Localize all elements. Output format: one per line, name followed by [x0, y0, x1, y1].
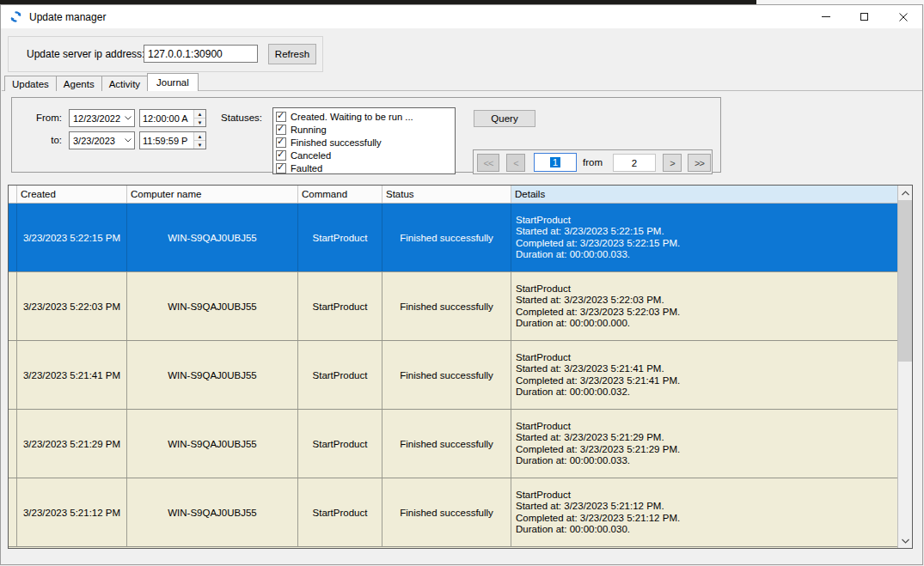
cell-command[interactable]: StartProduct	[298, 410, 382, 478]
cell-status[interactable]: Finished successfully	[382, 410, 511, 478]
scrollbar-thumb[interactable]	[898, 200, 913, 362]
row-header-cell[interactable]	[9, 204, 17, 271]
checkbox-checked-icon[interactable]: ✓	[276, 163, 286, 173]
cell-status[interactable]: Finished successfully	[382, 478, 511, 546]
row-header-cell[interactable]	[9, 478, 17, 546]
tab-updates[interactable]: Updates	[4, 76, 57, 91]
cell-status[interactable]: Finished successfully	[382, 272, 511, 340]
checkmark-icon: ✓	[277, 161, 285, 173]
sync-update-icon	[9, 10, 22, 23]
details-line: StartProduct	[516, 215, 571, 226]
to-time-value: 11:59:59 P	[140, 132, 193, 149]
minimize-button[interactable]	[806, 5, 845, 28]
tab-journal[interactable]: Journal	[147, 73, 199, 91]
vertical-scrollbar[interactable]	[897, 186, 912, 548]
cell-details[interactable]: StartProduct Started at: 3/23/2023 5:22:…	[511, 272, 897, 340]
cell-status[interactable]: Finished successfully	[382, 341, 511, 409]
close-button[interactable]	[884, 5, 922, 28]
column-header-status[interactable]: Status	[382, 186, 511, 203]
table-row[interactable]: 3/23/2023 5:22:03 PM WIN-S9QAJ0UBJ55 Sta…	[9, 272, 897, 341]
table-row[interactable]: 3/23/2023 5:22:15 PM WIN-S9QAJ0UBJ55 Sta…	[9, 204, 897, 272]
pagination-panel: << < 1 from 2 > >>	[473, 149, 713, 174]
column-header-command[interactable]: Command	[298, 186, 382, 203]
chevron-down-icon[interactable]	[121, 138, 134, 143]
cell-details[interactable]: StartProduct Started at: 3/23/2023 5:21:…	[511, 478, 897, 546]
first-page-button[interactable]: <<	[477, 154, 499, 172]
from-time-spinner[interactable]: 12:00:00 A ▲ ▼	[139, 109, 206, 127]
minimize-icon	[822, 16, 830, 17]
last-page-button[interactable]: >>	[688, 154, 711, 172]
status-item-running[interactable]: ✓ Running	[276, 123, 452, 136]
cell-created[interactable]: 3/23/2023 5:22:15 PM	[17, 204, 127, 271]
details-line: Completed at: 3/23/2023 5:21:29 PM.	[516, 444, 680, 455]
cell-computer-name[interactable]: WIN-S9QAJ0UBJ55	[127, 341, 298, 409]
details-line: Duration at: 00:00:00.033.	[516, 455, 630, 466]
status-item-label: Created. Waiting to be run ...	[291, 112, 413, 122]
cell-computer-name[interactable]: WIN-S9QAJ0UBJ55	[127, 410, 298, 478]
spin-up-icon[interactable]: ▲	[194, 110, 205, 119]
query-button[interactable]: Query	[474, 110, 535, 127]
scroll-down-button[interactable]	[898, 533, 913, 548]
spin-up-icon[interactable]: ▲	[194, 132, 205, 141]
checkbox-checked-icon[interactable]: ✓	[276, 137, 286, 148]
column-header-created[interactable]: Created	[17, 186, 127, 203]
status-item-label: Running	[291, 125, 327, 135]
status-item-created[interactable]: ✓ Created. Waiting to be run ...	[276, 110, 452, 123]
window-title: Update manager	[29, 11, 106, 23]
cell-created[interactable]: 3/23/2023 5:21:29 PM	[17, 410, 127, 478]
cell-computer-name[interactable]: WIN-S9QAJ0UBJ55	[127, 272, 298, 340]
tab-strip: Updates Agents Activity Journal	[4, 73, 198, 91]
details-line: Started at: 3/23/2023 5:21:41 PM.	[516, 363, 664, 374]
scroll-up-button[interactable]	[898, 186, 913, 200]
row-header-cell[interactable]	[9, 272, 17, 340]
checkbox-checked-icon[interactable]: ✓	[276, 150, 286, 161]
table-row[interactable]: 3/23/2023 5:21:29 PM WIN-S9QAJ0UBJ55 Sta…	[9, 410, 897, 478]
spin-down-icon[interactable]: ▼	[194, 141, 205, 149]
checkbox-checked-icon[interactable]: ✓	[276, 112, 286, 122]
tab-agents[interactable]: Agents	[56, 76, 102, 91]
from-date-picker[interactable]: 12/23/2022	[69, 109, 135, 127]
cell-command[interactable]: StartProduct	[298, 478, 382, 546]
cell-details[interactable]: StartProduct Started at: 3/23/2023 5:21:…	[511, 341, 897, 409]
refresh-button[interactable]: Refresh	[268, 44, 316, 64]
row-header-cell[interactable]	[9, 410, 17, 478]
to-date-picker[interactable]: 3/23/2023	[69, 131, 135, 149]
cell-created[interactable]: 3/23/2023 5:21:12 PM	[17, 478, 127, 546]
status-item-finished[interactable]: ✓ Finished successfully	[276, 136, 452, 149]
maximize-button[interactable]	[845, 5, 884, 28]
cell-status[interactable]: Finished successfully	[382, 204, 511, 271]
checkbox-checked-icon[interactable]: ✓	[276, 125, 286, 135]
row-header-cell[interactable]	[9, 341, 17, 409]
prev-page-button[interactable]: <	[506, 154, 525, 172]
status-item-faulted[interactable]: ✓ Faulted	[276, 161, 452, 174]
details-line: Duration at: 00:00:00.033.	[516, 249, 630, 260]
cell-computer-name[interactable]: WIN-S9QAJ0UBJ55	[127, 478, 298, 546]
spin-down-icon[interactable]: ▼	[194, 119, 205, 126]
current-page-input[interactable]: 1	[534, 153, 577, 172]
details-line: Started at: 3/23/2023 5:22:03 PM.	[516, 295, 664, 306]
cell-command[interactable]: StartProduct	[298, 204, 382, 271]
column-header-details[interactable]: Details	[511, 186, 897, 203]
titlebar: Update manager	[1, 5, 922, 28]
tab-activity[interactable]: Activity	[101, 76, 148, 91]
next-page-button[interactable]: >	[663, 154, 682, 172]
cell-created[interactable]: 3/23/2023 5:21:41 PM	[17, 341, 127, 409]
column-header-computer-name[interactable]: Computer name	[127, 186, 298, 203]
cell-command[interactable]: StartProduct	[298, 272, 382, 340]
server-address-input[interactable]	[144, 45, 258, 63]
table-row[interactable]: 3/23/2023 5:21:12 PM WIN-S9QAJ0UBJ55 Sta…	[9, 478, 897, 547]
cell-created[interactable]: 3/23/2023 5:22:03 PM	[17, 272, 127, 340]
cell-details[interactable]: StartProduct Started at: 3/23/2023 5:21:…	[511, 410, 897, 478]
checkmark-icon: ✓	[277, 123, 285, 134]
table-row[interactable]: 3/23/2023 5:21:41 PM WIN-S9QAJ0UBJ55 Sta…	[9, 341, 897, 410]
cell-command[interactable]: StartProduct	[298, 341, 382, 409]
chevron-down-icon	[902, 539, 909, 544]
status-item-label: Faulted	[291, 163, 322, 173]
status-item-canceled[interactable]: ✓ Canceled	[276, 149, 452, 161]
to-time-spinner[interactable]: 11:59:59 P ▲ ▼	[139, 131, 206, 149]
grid-body: Created Computer name Command Status Det…	[9, 186, 897, 548]
chevron-down-icon[interactable]	[121, 116, 134, 120]
cell-details[interactable]: StartProduct Started at: 3/23/2023 5:22:…	[511, 204, 897, 271]
cell-computer-name[interactable]: WIN-S9QAJ0UBJ55	[127, 204, 298, 271]
pages-from-label: from	[583, 157, 603, 167]
